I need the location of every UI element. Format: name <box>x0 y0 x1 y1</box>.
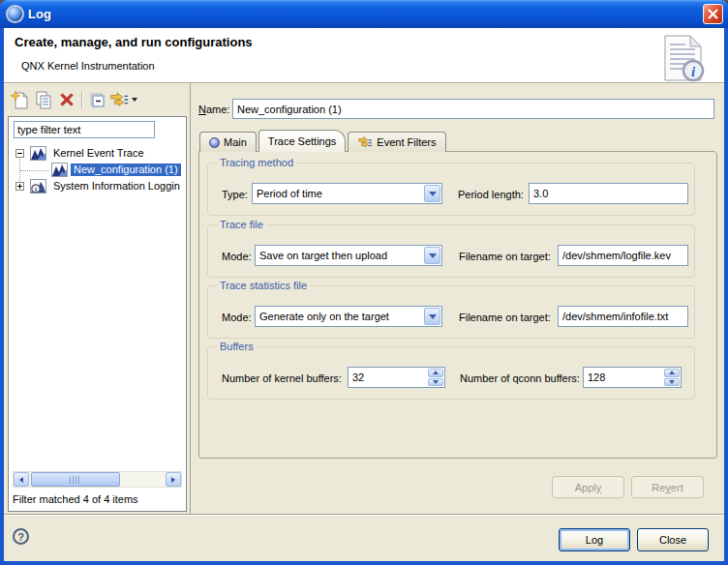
close-icon[interactable] <box>703 4 723 24</box>
spin-up-icon[interactable] <box>428 369 443 377</box>
qconn-buffers-input[interactable] <box>584 368 663 387</box>
dropdown-chevron-icon[interactable] <box>424 247 440 264</box>
qconn-buffers-stepper[interactable] <box>583 367 682 388</box>
tree-item-system-information-logging[interactable]: i System Information Loggin <box>9 178 186 194</box>
dialog-header: Create, manage, and run configurations Q… <box>4 28 724 83</box>
name-input[interactable] <box>232 99 714 119</box>
filter-input[interactable] <box>14 121 155 138</box>
filter-match-status: Filter matched 4 of 4 items <box>13 493 138 505</box>
delete-configuration-icon[interactable] <box>56 89 77 110</box>
trace-filename-input[interactable] <box>558 245 688 266</box>
trace-statistics-group: Trace statistics file Mode: Generate onl… <box>207 285 695 339</box>
group-title: Buffers <box>217 341 257 352</box>
filter-menu-chevron-icon[interactable] <box>129 89 140 110</box>
group-title: Trace statistics file <box>217 280 310 291</box>
scroll-right-icon[interactable] <box>166 472 181 487</box>
type-label: Type: <box>222 189 248 200</box>
page-title: Create, manage, and run configurations <box>15 35 253 49</box>
scrollbar-thumb[interactable] <box>31 472 120 487</box>
revert-button[interactable]: Revert <box>631 476 704 498</box>
tree-item-new-configuration[interactable]: New_configuration (1) <box>9 162 186 178</box>
trace-file-mode-select[interactable]: Save on target then upload <box>255 245 442 266</box>
info-document-icon: i <box>660 34 705 84</box>
group-title: Trace file <box>217 219 266 230</box>
duplicate-configuration-icon[interactable] <box>33 89 54 110</box>
tab-main[interactable]: Main <box>199 132 257 152</box>
spin-up-icon[interactable] <box>664 369 680 377</box>
qconn-buffers-label: Number of qconn buffers: <box>460 372 580 384</box>
buffers-group: Buffers Number of kernel buffers: Number… <box>207 346 695 400</box>
tracing-method-group: Tracing method Type: Period of time Peri… <box>207 163 695 216</box>
configurations-panel: Kernel Event Trace New_configuration (1) <box>8 116 187 512</box>
kernel-buffers-stepper[interactable] <box>348 367 445 388</box>
window-title: Log <box>28 7 51 21</box>
app-icon <box>8 7 22 21</box>
collapse-all-icon[interactable] <box>86 89 107 110</box>
tab-trace-settings[interactable]: Trace Settings <box>258 130 347 152</box>
svg-text:i: i <box>35 186 37 193</box>
name-label: Name: <box>198 104 229 115</box>
trace-settings-panel: Tracing method Type: Period of time Peri… <box>198 151 717 459</box>
period-length-label: Period length: <box>458 189 524 200</box>
log-dialog: Log Create, manage, and run configuratio… <box>0 0 728 565</box>
footer-separator <box>4 514 724 516</box>
panel-divider <box>190 83 191 514</box>
kernel-buffers-label: Number of kernel buffers: <box>222 372 342 384</box>
mode-label: Mode: <box>222 312 252 323</box>
statistics-mode-select[interactable]: Generate only on the target <box>255 306 442 327</box>
spin-down-icon[interactable] <box>664 378 680 387</box>
tree-item-kernel-event-trace[interactable]: Kernel Event Trace <box>9 145 186 162</box>
filter-configurations-icon[interactable] <box>108 89 130 110</box>
kernel-buffers-input[interactable] <box>349 368 427 387</box>
log-button[interactable]: Log <box>559 528 630 551</box>
scroll-left-icon[interactable] <box>14 472 29 487</box>
trace-file-group: Trace file Mode: Save on target then upl… <box>207 224 695 278</box>
tracing-type-select[interactable]: Period of time <box>252 183 442 204</box>
close-button[interactable]: Close <box>637 528 709 551</box>
collapse-expander-icon[interactable] <box>15 149 24 158</box>
main-tab-icon <box>209 137 220 148</box>
spin-down-icon[interactable] <box>428 378 443 387</box>
group-title: Tracing method <box>217 157 296 168</box>
new-configuration-icon[interactable] <box>9 89 30 110</box>
filename-label: Filename on target: <box>459 312 551 323</box>
event-filters-tab-icon <box>357 135 373 149</box>
help-icon[interactable]: ? <box>13 528 29 545</box>
toolbar-separator <box>81 91 82 108</box>
filename-label: Filename on target: <box>459 251 551 262</box>
system-profiler-icon: i <box>30 179 46 194</box>
period-length-input[interactable] <box>529 183 688 204</box>
mode-label: Mode: <box>222 251 252 262</box>
config-tabs: Main Trace Settings Event Filters <box>199 130 448 152</box>
selected-tree-label: New_configuration (1) <box>71 164 181 176</box>
tab-event-filters[interactable]: Event Filters <box>348 132 445 152</box>
trace-config-icon <box>51 163 68 178</box>
expand-expander-icon[interactable] <box>15 182 24 191</box>
horizontal-scrollbar[interactable] <box>13 471 182 488</box>
dropdown-chevron-icon[interactable] <box>424 308 440 325</box>
page-subtitle: QNX Kernel Instrumentation <box>21 60 155 72</box>
statistics-filename-input[interactable] <box>558 306 688 327</box>
titlebar: Log <box>0 0 728 28</box>
dropdown-chevron-icon[interactable] <box>424 185 440 202</box>
trace-config-icon <box>30 146 46 162</box>
apply-button[interactable]: Apply <box>552 476 624 498</box>
